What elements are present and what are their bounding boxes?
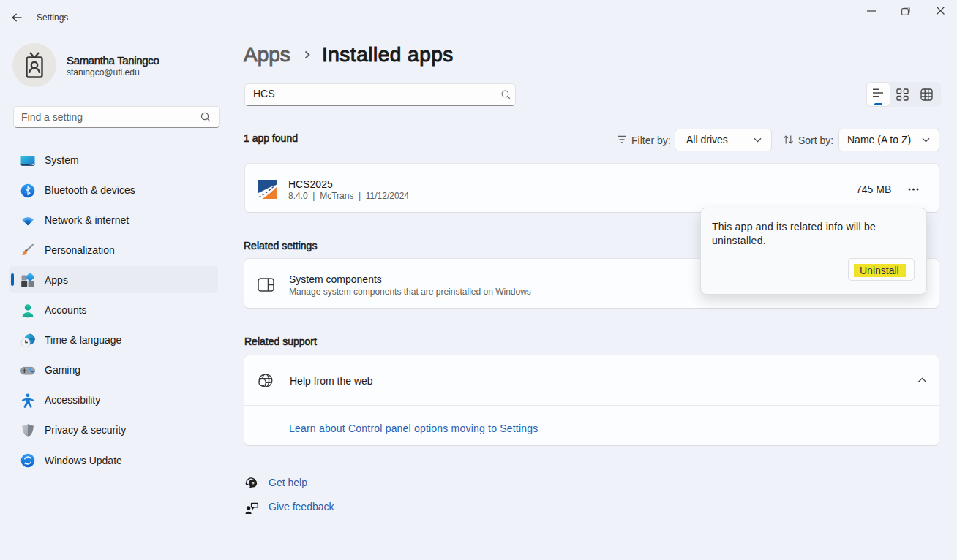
svg-text:?: ?: [251, 480, 255, 487]
